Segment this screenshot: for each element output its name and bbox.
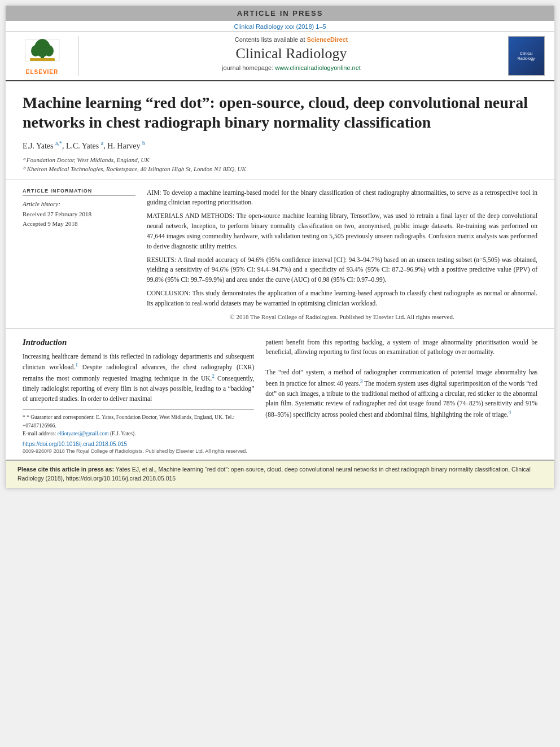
header: ELSEVIER Contents lists available at Sci… <box>6 32 554 81</box>
abstract-two-col: ARTICLE INFORMATION Article history: Rec… <box>6 180 554 329</box>
article-title: Machine learning “red dot”: open-source,… <box>23 93 537 132</box>
homepage-url[interactable]: www.clinicalradiologyonline.net <box>275 64 361 71</box>
sciencedirect-line: Contents lists available at ScienceDirec… <box>90 36 492 43</box>
article-info-heading: ARTICLE INFORMATION <box>23 188 135 196</box>
abstract-col: AIM: To develop a machine learning-based… <box>147 188 537 320</box>
banner-text: ARTICLE IN PRESS <box>237 9 323 18</box>
copyright-line: © 2018 The Royal College of Radiologists… <box>147 313 537 320</box>
citation-bar: Please cite this article in press as: Ya… <box>6 460 554 488</box>
introduction-heading: Introduction <box>23 338 254 347</box>
sciencedirect-link[interactable]: ScienceDirect <box>307 36 348 43</box>
footnote-section: * * Guarantor and correspondent: E. Yate… <box>23 409 254 438</box>
authors-line: E.J. Yates a,*, L.C. Yates a, H. Harvey … <box>23 140 537 151</box>
citation-please: Please cite this article in press as: <box>18 466 116 473</box>
issn-line: 0009-9260/© 2018 The Royal College of Ra… <box>23 448 254 454</box>
journal-info-bar: Clinical Radiology xxx (2018) 1–5 <box>6 21 554 32</box>
intro-text-4: patient benefit from this reporting back… <box>265 339 537 356</box>
received-date: Received 27 February 2018 <box>23 209 135 220</box>
footnote-content: * Guarantor and correspondent: E. Yates,… <box>23 414 234 428</box>
svg-rect-5 <box>30 58 55 61</box>
article-title-section: Machine learning “red dot”: open-source,… <box>6 81 554 180</box>
journal-logo-box: ClinicalRadiology <box>508 36 545 76</box>
article-info-col: ARTICLE INFORMATION Article history: Rec… <box>23 188 135 320</box>
ref-4: 4 <box>509 409 511 415</box>
ref-1: 1 <box>75 362 78 368</box>
elsevier-label: ELSEVIER <box>26 69 58 75</box>
affiliation-a: ᵃ Foundation Doctor, West Midlands, Engl… <box>23 155 537 165</box>
svg-point-4 <box>45 45 54 56</box>
accepted-date: Accepted 9 May 2018 <box>23 219 135 229</box>
article-in-press-banner: ARTICLE IN PRESS <box>6 6 554 21</box>
email-label: E-mail address: <box>23 431 56 436</box>
email-address[interactable]: elliotyatesj@gmail.com <box>58 431 109 436</box>
journal-name: Clinical Radiology <box>90 45 492 62</box>
intro-right-col: patient benefit from this reporting back… <box>265 338 537 454</box>
article-history-label: Article history: <box>23 200 135 207</box>
journal-logo-icon: ClinicalRadiology <box>517 51 535 61</box>
ref-2: 2 <box>212 373 215 379</box>
footnote-text: * * Guarantor and correspondent: E. Yate… <box>23 413 254 430</box>
journal-citation: Clinical Radiology xxx (2018) 1–5 <box>234 23 326 30</box>
intro-para2: patient benefit from this reporting back… <box>265 338 537 358</box>
author-names: E.J. Yates a,*, L.C. Yates a, H. Harvey … <box>23 142 145 150</box>
abstract-aim: AIM: To develop a machine learning-based… <box>147 188 537 208</box>
email-footnote: E-mail address: elliotyatesj@gmail.com (… <box>23 430 254 438</box>
intro-left-col: Introduction Increasing healthcare deman… <box>23 338 254 454</box>
ref-3: 3 <box>360 378 363 384</box>
email-suffix: (E.J. Yates). <box>110 431 136 436</box>
intro-para3: The “red dot” system, a method of radiog… <box>265 368 537 420</box>
abstract-results: RESULTS: A final model accuracy of 94.6%… <box>147 255 537 285</box>
journal-header-center: Contents lists available at ScienceDirec… <box>79 36 504 76</box>
doi-line[interactable]: https://doi.org/10.1016/j.crad.2018.05.0… <box>23 441 254 447</box>
elsevier-logo-icon <box>20 37 65 68</box>
page: ARTICLE IN PRESS Clinical Radiology xxx … <box>6 6 554 488</box>
journal-logo-area: ClinicalRadiology <box>504 36 549 76</box>
intro-para1: Increasing healthcare demand is this ref… <box>23 352 254 404</box>
abstract-methods: MATERIALS AND METHODS: The open-source m… <box>147 211 537 251</box>
homepage-line: journal homepage: www.clinicalradiologyo… <box>90 64 492 71</box>
sciencedirect-prefix: Contents lists available at <box>235 36 307 43</box>
affiliations: ᵃ Foundation Doctor, West Midlands, Engl… <box>23 155 537 174</box>
abstract-conclusion: CONCLUSION: This study demonstrates the … <box>147 289 537 309</box>
homepage-prefix: journal homepage: <box>222 64 275 71</box>
publisher-logo-area: ELSEVIER <box>11 36 79 76</box>
svg-point-3 <box>31 45 40 56</box>
affiliation-b: ᵇ Kheiron Medical Technologies, Rocketsp… <box>23 164 537 174</box>
introduction-section: Introduction Increasing healthcare deman… <box>6 329 554 460</box>
